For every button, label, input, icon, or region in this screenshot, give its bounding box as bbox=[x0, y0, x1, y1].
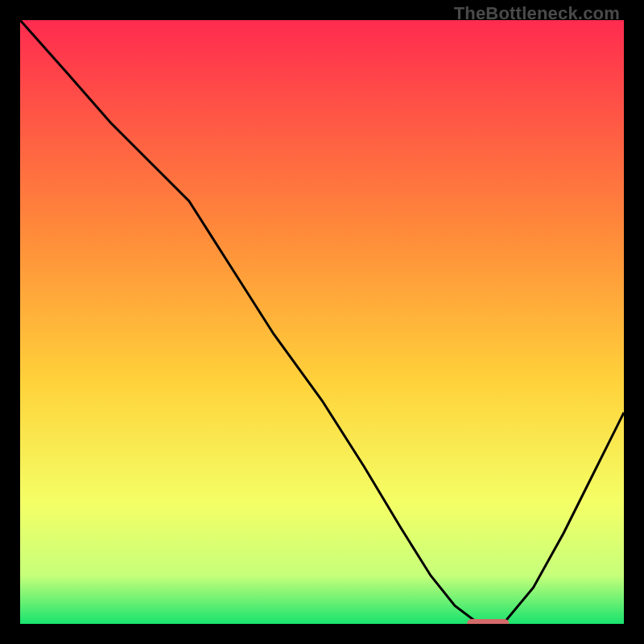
watermark-text: TheBottleneck.com bbox=[454, 3, 620, 24]
chart-frame bbox=[20, 20, 624, 624]
optimal-marker bbox=[467, 619, 510, 624]
chart-svg bbox=[20, 20, 624, 624]
gradient-background bbox=[20, 20, 624, 624]
